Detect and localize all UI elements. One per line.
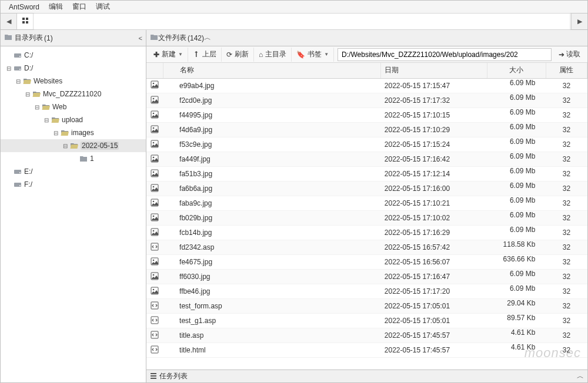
table-row[interactable]: e99ab4.jpg2022-05-15 17:15:476.09 Mb32 bbox=[146, 78, 587, 93]
file-attr: 32 bbox=[546, 93, 587, 108]
image-file-icon bbox=[151, 96, 159, 104]
table-row[interactable]: title.html2022-05-15 17:45:574.61 Kb32 bbox=[146, 343, 587, 358]
file-attr: 32 bbox=[546, 284, 587, 299]
table-row[interactable]: title.asp2022-05-15 17:45:574.61 Kb32 bbox=[146, 328, 587, 343]
table-row[interactable]: f2cd0e.jpg2022-05-15 17:17:326.09 Mb32 bbox=[146, 93, 587, 108]
row-icon-cell bbox=[146, 123, 163, 137]
collapse-left-icon[interactable]: < bbox=[139, 35, 142, 42]
table-row[interactable]: f53c9e.jpg2022-05-15 17:15:246.09 Mb32 bbox=[146, 137, 587, 152]
tree-node[interactable]: ·C:/ bbox=[1, 49, 146, 62]
home-button[interactable]: ⌂ 主目录 bbox=[254, 48, 292, 62]
code-file-icon bbox=[151, 331, 159, 339]
file-date: 2022-05-15 17:10:29 bbox=[381, 123, 487, 137]
collapse-icon[interactable]: ⊟ bbox=[24, 91, 31, 98]
tab-blank[interactable] bbox=[34, 14, 571, 29]
tree-node[interactable]: ·F:/ bbox=[1, 178, 146, 191]
menu-debug[interactable]: 调试 bbox=[91, 2, 115, 12]
collapse-icon[interactable]: ⊟ bbox=[34, 104, 41, 110]
image-file-icon bbox=[151, 125, 159, 133]
tree-node[interactable]: ·1 bbox=[1, 152, 146, 165]
row-icon-cell bbox=[146, 196, 163, 211]
table-row[interactable]: fa51b3.jpg2022-05-15 17:12:146.09 Mb32 bbox=[146, 167, 587, 182]
image-file-icon bbox=[151, 110, 159, 119]
file-attr: 32 bbox=[546, 167, 587, 182]
tree-node[interactable]: ⊟D:/ bbox=[1, 62, 146, 75]
tree-node[interactable]: ⊟Mvc_DZZZ211020 bbox=[1, 88, 146, 100]
table-row[interactable]: ffbe46.jpg2022-05-15 17:17:206.09 Mb32 bbox=[146, 284, 587, 299]
file-date: 2022-05-15 17:16:29 bbox=[381, 226, 487, 240]
table-row[interactable]: fe4675.jpg2022-05-15 16:56:07636.66 Kb32 bbox=[146, 255, 587, 270]
tab-next-button[interactable]: ▶ bbox=[571, 14, 587, 29]
image-file-icon bbox=[151, 199, 159, 207]
file-toolbar: ✚ 新建 ▼ 🠕 上层 ⟳ 刷新 ⌂ 主目录 🔖 书 bbox=[146, 46, 587, 63]
table-row[interactable]: fd2342.asp2022-05-15 16:57:42118.58 Kb32 bbox=[146, 240, 587, 255]
task-panel-header[interactable]: 任务列表 ︿ bbox=[146, 369, 587, 382]
tab-prev-button[interactable]: ◀ bbox=[1, 14, 17, 29]
up-button[interactable]: 🠕 上层 bbox=[188, 48, 222, 62]
tree-node[interactable]: ⊟2022-05-15 bbox=[1, 139, 146, 152]
row-icon-cell bbox=[146, 270, 163, 284]
new-button[interactable]: ✚ 新建 ▼ bbox=[149, 48, 188, 62]
collapse-icon[interactable]: ⊟ bbox=[62, 143, 69, 149]
tree-node[interactable]: ·E:/ bbox=[1, 165, 146, 178]
directory-tree[interactable]: ·C:/⊟D:/⊟Websites⊟Mvc_DZZZ211020⊟Web⊟upl… bbox=[1, 46, 146, 382]
file-attr: 32 bbox=[546, 211, 587, 226]
read-button[interactable]: ➔ 读取 bbox=[554, 48, 585, 62]
file-date: 2022-05-15 17:17:20 bbox=[381, 284, 487, 299]
table-row[interactable]: test_g1.asp2022-05-15 17:05:0189.57 Kb32 bbox=[146, 314, 587, 328]
tree-node[interactable]: ⊟images bbox=[1, 126, 146, 139]
collapse-icon[interactable]: ⊟ bbox=[52, 130, 59, 136]
collapse-icon[interactable]: ⊟ bbox=[43, 117, 50, 123]
table-row[interactable]: fa449f.jpg2022-05-15 17:16:426.09 Mb32 bbox=[146, 152, 587, 167]
task-panel-title: 任务列表 bbox=[159, 371, 188, 381]
tree-node[interactable]: ⊟upload bbox=[1, 113, 146, 126]
row-icon-cell bbox=[146, 240, 163, 255]
table-row[interactable]: ff6030.jpg2022-05-15 17:16:476.09 Mb32 bbox=[146, 270, 587, 284]
bookmark-button[interactable]: 🔖 书签 ▼ bbox=[292, 48, 334, 62]
table-row[interactable]: f4d6a9.jpg2022-05-15 17:10:296.09 Mb32 bbox=[146, 123, 587, 137]
collapse-icon[interactable]: ⊟ bbox=[15, 78, 22, 85]
row-icon-cell bbox=[146, 328, 163, 343]
file-date: 2022-05-15 17:15:24 bbox=[381, 137, 487, 152]
expand-up-icon[interactable]: ︿ bbox=[577, 371, 584, 381]
directory-panel: 目录列表 (1) < ·C:/⊟D:/⊟Websites⊟Mvc_DZZZ211… bbox=[1, 30, 146, 382]
table-row[interactable]: fb029b.jpg2022-05-15 17:10:026.09 Mb32 bbox=[146, 211, 587, 226]
table-row[interactable]: test_form.asp2022-05-15 17:05:0129.04 Kb… bbox=[146, 299, 587, 314]
folder-icon bbox=[150, 33, 158, 43]
menu-edit[interactable]: 编辑 bbox=[44, 2, 68, 12]
file-size: 29.04 Kb bbox=[487, 299, 546, 314]
table-row[interactable]: fcb14b.jpg2022-05-15 17:16:296.09 Mb32 bbox=[146, 226, 587, 240]
code-file-icon bbox=[151, 243, 159, 251]
tree-node[interactable]: ⊟Web bbox=[1, 100, 146, 113]
col-size[interactable]: 大小 bbox=[487, 63, 546, 78]
menu-window[interactable]: 窗口 bbox=[68, 2, 91, 12]
path-input[interactable] bbox=[338, 48, 552, 61]
file-attr: 32 bbox=[546, 343, 587, 358]
image-file-icon bbox=[151, 257, 159, 266]
table-row[interactable]: faba9c.jpg2022-05-15 17:10:216.09 Mb32 bbox=[146, 196, 587, 211]
tree-node-label: Websites bbox=[34, 77, 62, 85]
tree-node[interactable]: ⊟Websites bbox=[1, 75, 146, 88]
file-date: 2022-05-15 16:57:42 bbox=[381, 240, 487, 255]
tab-overview[interactable] bbox=[17, 14, 34, 29]
collapse-up-icon[interactable]: ︿ bbox=[204, 33, 211, 43]
image-file-icon bbox=[151, 287, 159, 295]
col-attr[interactable]: 属性 bbox=[546, 63, 587, 78]
image-file-icon bbox=[151, 272, 159, 280]
table-row[interactable]: fa6b6a.jpg2022-05-15 17:16:006.09 Mb32 bbox=[146, 182, 587, 196]
file-name: fa51b3.jpg bbox=[163, 167, 381, 182]
folder-open-icon bbox=[51, 116, 60, 124]
file-size: 636.66 Kb bbox=[487, 255, 546, 270]
col-checkbox[interactable] bbox=[146, 63, 163, 78]
col-name[interactable]: 名称 bbox=[163, 63, 381, 78]
file-name: f44995.jpg bbox=[163, 108, 381, 123]
refresh-button[interactable]: ⟳ 刷新 bbox=[222, 48, 254, 62]
file-size: 6.09 Mb bbox=[487, 137, 546, 152]
collapse-icon[interactable]: ⊟ bbox=[5, 65, 12, 72]
menu-app[interactable]: AntSword bbox=[4, 3, 44, 11]
file-date: 2022-05-15 17:10:15 bbox=[381, 108, 487, 123]
file-date: 2022-05-15 17:10:21 bbox=[381, 196, 487, 211]
col-date[interactable]: 日期 bbox=[381, 63, 487, 78]
table-row[interactable]: f44995.jpg2022-05-15 17:10:156.09 Mb32 bbox=[146, 108, 587, 123]
file-size: 6.09 Mb bbox=[487, 226, 546, 240]
